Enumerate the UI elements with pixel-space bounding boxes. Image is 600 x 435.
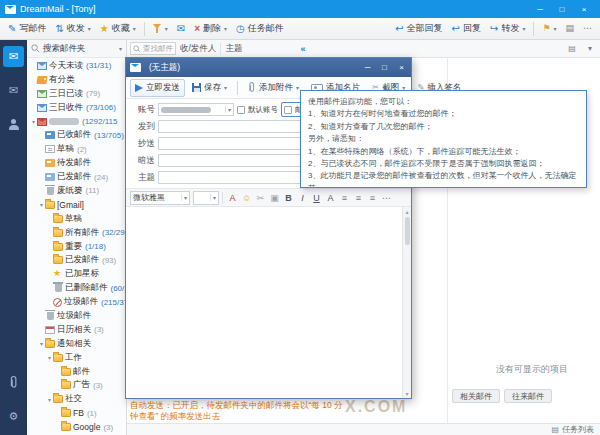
- folder-count: (60/159: [111, 284, 127, 293]
- scroll-thumb[interactable]: [405, 217, 410, 245]
- favorites-button[interactable]: ★ 收藏 ▾: [96, 20, 140, 37]
- expand-caret-icon[interactable]: ▾: [38, 201, 45, 208]
- underline-button[interactable]: U: [310, 191, 323, 205]
- folder-item[interactable]: ▾工作: [27, 351, 126, 365]
- mail-tracking-checkbox[interactable]: [284, 106, 292, 114]
- folder-item[interactable]: 日历相关(3): [27, 323, 126, 337]
- folder-item[interactable]: 垃圾邮件: [27, 309, 126, 323]
- task-mail-button[interactable]: ◷ 任务邮件: [232, 20, 288, 37]
- search-folders-header[interactable]: 搜索邮件夹 ▾: [27, 40, 126, 58]
- folder-item[interactable]: 草稿: [27, 212, 126, 226]
- column-sender[interactable]: 收/发件人: [180, 43, 216, 55]
- folder-item[interactable]: 广告(3): [27, 378, 126, 392]
- folder-item[interactable]: 待发邮件: [27, 156, 126, 170]
- rail-attachments-tab[interactable]: [3, 372, 24, 393]
- folder-item[interactable]: FB(1): [27, 406, 126, 420]
- write-mail-button[interactable]: ✎ 写邮件: [4, 20, 50, 37]
- rail-mail-tab[interactable]: ✉: [3, 46, 24, 67]
- folder-item[interactable]: ▾(1292/115: [27, 115, 126, 129]
- expand-caret-icon[interactable]: ▾: [46, 396, 53, 403]
- column-subject[interactable]: 主题: [225, 43, 242, 55]
- sort-button[interactable]: ▾: [583, 44, 597, 53]
- folder-item[interactable]: 废纸篓(11): [27, 184, 126, 198]
- view-button[interactable]: ▤: [561, 22, 578, 35]
- bold-button[interactable]: B: [282, 191, 295, 205]
- search-mail-input[interactable]: 查找邮件: [130, 42, 176, 55]
- cut-icon[interactable]: ✂: [254, 191, 267, 205]
- column-divider[interactable]: [220, 43, 221, 55]
- scroll-up-icon[interactable]: ▴: [405, 208, 408, 215]
- add-attachment-button[interactable]: 添加附件 ▾: [243, 79, 304, 97]
- paste-icon[interactable]: ▣: [268, 191, 281, 205]
- font-size-select[interactable]: ▾: [193, 191, 219, 205]
- emoticon-icon[interactable]: ☺: [240, 191, 253, 205]
- forward-button[interactable]: ↪ 转发 ▾: [486, 20, 529, 37]
- account-label: 账号: [131, 104, 155, 116]
- folder-item[interactable]: 今天未读(31/31): [27, 59, 126, 73]
- folder-item[interactable]: ▾社交: [27, 392, 126, 406]
- align-left-button[interactable]: ≡: [338, 191, 351, 205]
- folder-item[interactable]: 邮件: [27, 365, 126, 379]
- folder-item[interactable]: 三日收件(73/106): [27, 101, 126, 115]
- rail-settings-tab[interactable]: ⚙: [3, 406, 24, 427]
- font-family-select[interactable]: 微软雅黑 ▾: [130, 191, 190, 205]
- folder-item[interactable]: 有分类: [27, 73, 126, 87]
- folder-item[interactable]: 垃圾邮件(215/377): [27, 295, 126, 309]
- rail-inbox-tab[interactable]: ✉: [3, 80, 24, 101]
- message-body-editor[interactable]: ▴ ▾: [126, 207, 411, 398]
- folder-item[interactable]: Google(3): [27, 420, 126, 434]
- folder-item[interactable]: 三日已读(79): [27, 87, 126, 101]
- close-button[interactable]: ×: [573, 0, 595, 18]
- font-size-button[interactable]: A: [324, 191, 337, 205]
- folder-label: [Gmail]: [57, 200, 84, 210]
- maximize-button[interactable]: □: [376, 58, 393, 77]
- expand-caret-icon[interactable]: ▾: [30, 118, 37, 125]
- minimize-button[interactable]: ─: [359, 58, 376, 77]
- rail-contacts-tab[interactable]: [3, 114, 24, 135]
- folder-item[interactable]: ▾通知相关: [27, 337, 126, 351]
- expand-caret-icon[interactable]: ▾: [38, 340, 45, 347]
- minimize-button[interactable]: ─: [529, 0, 551, 18]
- italic-button[interactable]: I: [296, 191, 309, 205]
- filter-button[interactable]: ▾: [149, 22, 172, 36]
- reading-pane-tab[interactable]: 相关邮件: [452, 389, 500, 403]
- save-button[interactable]: 保存 ▾: [187, 79, 232, 97]
- folder-item[interactable]: 已收邮件(13/705): [27, 128, 126, 142]
- account-name-redacted: [49, 118, 79, 125]
- default-account-checkbox[interactable]: [237, 106, 245, 114]
- collapse-pane-button[interactable]: «: [300, 44, 305, 54]
- folder-item[interactable]: 已加星标: [27, 267, 126, 281]
- reply-all-button[interactable]: ↩ 全部回复: [391, 20, 446, 37]
- list-button[interactable]: ≡: [366, 191, 379, 205]
- scroll-down-icon[interactable]: ▾: [405, 390, 408, 397]
- more-format-button[interactable]: ⋯: [380, 191, 393, 205]
- send-now-button[interactable]: 立即发送: [130, 79, 185, 97]
- expand-caret-icon[interactable]: ▾: [46, 354, 53, 361]
- flag-button[interactable]: ⚑ ▾: [538, 22, 560, 35]
- paperclip-icon: [248, 82, 256, 93]
- folder-item[interactable]: 所有邮件(32/296): [27, 226, 126, 240]
- body-scrollbar[interactable]: ▴ ▾: [402, 207, 411, 398]
- reading-pane-tab[interactable]: 往来邮件: [504, 389, 552, 403]
- folder-item[interactable]: 已发邮件(24): [27, 170, 126, 184]
- close-button[interactable]: ×: [393, 58, 410, 77]
- view-mode-button[interactable]: ▤: [565, 44, 579, 53]
- folder-item[interactable]: 重要(1/18): [27, 240, 126, 254]
- folder-item[interactable]: 草稿(2): [27, 142, 126, 156]
- filter-icon: [153, 24, 162, 34]
- send-receive-button[interactable]: ⇅ 收发 ▾: [51, 20, 94, 37]
- compose-window-icon: [130, 63, 141, 72]
- auto-send-notice: 自动发送：已开启，待发邮件夹中的邮件将会以“每 10 分钟查看” 的频率发送出去: [130, 400, 344, 422]
- more-tools-button[interactable]: ⋯: [579, 22, 596, 35]
- align-center-button[interactable]: ≡: [352, 191, 365, 205]
- folder-item[interactable]: 已发邮件(93): [27, 253, 126, 267]
- mark-read-button[interactable]: ✉: [173, 22, 189, 36]
- folder-item[interactable]: ▾[Gmail]: [27, 198, 126, 212]
- reply-button[interactable]: ↩ 回复: [448, 20, 485, 37]
- maximize-button[interactable]: □: [551, 0, 573, 18]
- task-list-button[interactable]: 任务列表: [562, 424, 594, 435]
- account-select[interactable]: ▾: [158, 103, 234, 116]
- delete-button[interactable]: × 删除 ▾: [190, 20, 231, 37]
- font-color-icon[interactable]: A: [226, 191, 239, 205]
- folder-item[interactable]: 已删除邮件(60/159: [27, 281, 126, 295]
